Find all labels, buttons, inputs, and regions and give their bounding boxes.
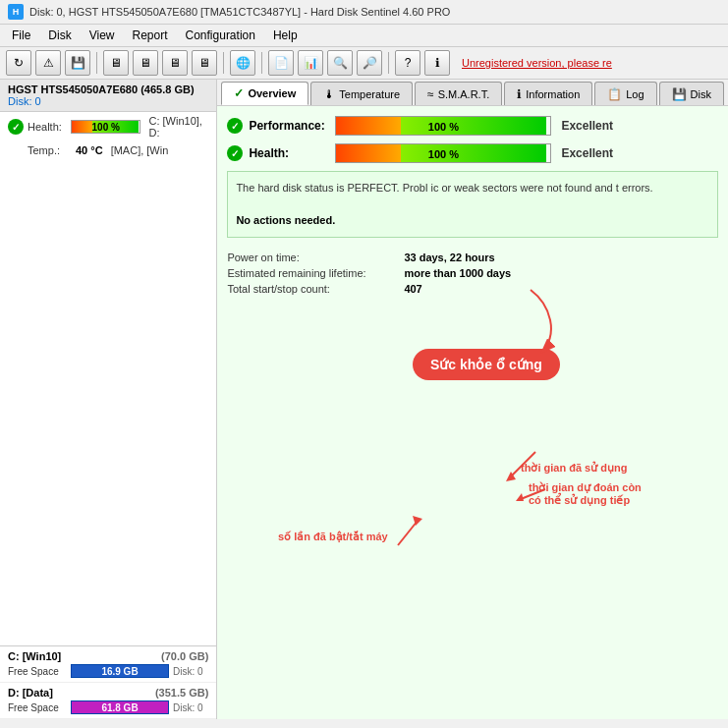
save-button[interactable]: 💾 xyxy=(65,50,90,76)
partition-d-free-value: 61.8 GB xyxy=(101,702,138,713)
partition-section: C: [Win10] (70.0 GB) Free Space 16.9 GB … xyxy=(0,645,216,719)
tab-smart-icon: ≈ xyxy=(427,87,434,101)
refresh-button[interactable]: ↻ xyxy=(6,50,31,76)
stat-row-power: Power on time: 33 days, 22 hours xyxy=(227,252,718,263)
tab-disk-label: Disk xyxy=(691,88,711,100)
performance-metric-row: ✓ Performance: 100 % Excellent xyxy=(227,116,718,136)
health-metric-row: ✓ Health: 100 % Excellent xyxy=(227,143,718,163)
partition-c-free-label: Free Space xyxy=(8,666,67,677)
health-label-group: ✓ Health: xyxy=(227,145,325,161)
health-drives: C: [Win10], D: xyxy=(148,115,208,139)
stat-startstop-label: Total start/stop count: xyxy=(227,283,404,295)
app-icon: H xyxy=(8,4,24,20)
disk-size: (465.8 GB) xyxy=(140,84,194,95)
disk3-button[interactable]: 🖥 xyxy=(162,50,188,76)
disk-header: HGST HTS545050A7E680 (465.8 GB) Disk: 0 xyxy=(0,80,216,112)
alert-button[interactable]: ⚠ xyxy=(35,50,61,76)
tab-temperature[interactable]: 🌡 Temperature xyxy=(310,82,413,105)
stat-lifetime-label: Estimated remaining lifetime: xyxy=(227,267,404,279)
partition-c: C: [Win10] (70.0 GB) Free Space 16.9 GB … xyxy=(0,646,216,683)
performance-bar-value: 100 % xyxy=(336,117,550,136)
partition-d-free-label: Free Space xyxy=(8,702,67,713)
help-button[interactable]: ? xyxy=(395,50,420,76)
menu-file[interactable]: File xyxy=(4,27,38,44)
toolbar-separator-3 xyxy=(261,52,262,74)
toolbar: ↻ ⚠ 💾 🖥 🖥 🖥 🖥 🌐 📄 📊 🔍 🔎 ? ℹ Unregistered… xyxy=(0,47,728,80)
tab-information-label: Information xyxy=(526,88,580,100)
menu-disk[interactable]: Disk xyxy=(40,27,79,44)
left-panel: HGST HTS545050A7E680 (465.8 GB) Disk: 0 … xyxy=(0,80,217,719)
tab-log-label: Log xyxy=(626,88,644,100)
title-bar: H Disk: 0, HGST HTS545050A7E680 [TMA51CT… xyxy=(0,0,728,25)
performance-bar: 100 % xyxy=(335,116,551,136)
health-value: 100 % xyxy=(72,121,140,134)
info-action-text: No actions needed. xyxy=(236,214,335,226)
disk2-button[interactable]: 🖥 xyxy=(133,50,158,76)
partition-c-size: (70.0 GB) xyxy=(161,650,208,662)
scan-button[interactable]: 🔍 xyxy=(327,50,353,76)
partition-c-disk-ref: Disk: 0 xyxy=(173,666,203,677)
menu-view[interactable]: View xyxy=(82,27,123,44)
manage-button[interactable]: 📊 xyxy=(298,50,323,76)
report-button[interactable]: 📄 xyxy=(268,50,294,76)
tab-information[interactable]: ℹ Information xyxy=(504,82,592,105)
health-metric-bar: 100 % xyxy=(335,143,551,163)
temp-label: Temp.: xyxy=(28,144,72,156)
temp-drives: [MAC], [Win xyxy=(111,144,169,156)
partition-d-size: (351.5 GB) xyxy=(155,687,208,699)
menu-help[interactable]: Help xyxy=(265,27,306,44)
performance-status: Excellent xyxy=(561,119,613,133)
tab-temperature-label: Temperature xyxy=(339,88,400,100)
partition-d-bar: 61.8 GB xyxy=(71,700,169,714)
health-metric-status: Excellent xyxy=(561,146,613,160)
tab-smart-label: S.M.A.R.T. xyxy=(438,88,490,100)
scan2-button[interactable]: 🔎 xyxy=(357,50,382,76)
health-metric-bar-value: 100 % xyxy=(336,144,550,163)
tab-log[interactable]: 📋 Log xyxy=(594,82,656,105)
health-status-icon: ✓ xyxy=(8,119,24,135)
tab-information-icon: ℹ xyxy=(517,87,522,101)
partition-c-free-value: 16.9 GB xyxy=(101,666,138,677)
disk1-button[interactable]: 🖥 xyxy=(103,50,129,76)
partition-d-disk-ref: Disk: 0 xyxy=(173,702,203,713)
performance-label: Performance: xyxy=(249,119,324,133)
tab-smart[interactable]: ≈ S.M.A.R.T. xyxy=(415,82,502,105)
main-layout: HGST HTS545050A7E680 (465.8 GB) Disk: 0 … xyxy=(0,80,728,719)
tab-overview[interactable]: ✓ Overview xyxy=(221,82,308,105)
title-text: Disk: 0, HGST HTS545050A7E680 [TMA51CTC3… xyxy=(29,6,450,18)
tab-log-icon: 📋 xyxy=(607,87,622,101)
tab-temperature-icon: 🌡 xyxy=(323,87,335,101)
stat-row-lifetime: Estimated remaining lifetime: more than … xyxy=(227,267,718,279)
performance-status-icon: ✓ xyxy=(227,118,243,134)
menu-bar: File Disk View Report Configuration Help xyxy=(0,25,728,47)
disk4-button[interactable]: 🖥 xyxy=(192,50,217,76)
tab-overview-label: Overview xyxy=(248,87,296,99)
disk-label: Disk: 0 xyxy=(8,95,41,107)
globe-button[interactable]: 🌐 xyxy=(230,50,255,76)
content-area: ✓ Performance: 100 % Excellent ✓ Health: xyxy=(217,106,728,719)
stats-section: Power on time: 33 days, 22 hours Estimat… xyxy=(227,248,718,303)
partition-d: D: [Data] (351.5 GB) Free Space 61.8 GB … xyxy=(0,683,216,719)
tab-disk-icon: 💾 xyxy=(672,87,687,101)
right-panel: ✓ Overview 🌡 Temperature ≈ S.M.A.R.T. ℹ … xyxy=(217,80,728,719)
health-metric-label: Health: xyxy=(249,146,289,160)
info-button[interactable]: ℹ xyxy=(424,50,450,76)
toolbar-separator-4 xyxy=(388,52,389,74)
partition-c-bar: 16.9 GB xyxy=(71,664,169,678)
disk-name: HGST HTS545050A7E680 xyxy=(8,84,138,95)
health-label: Health: xyxy=(28,121,67,133)
temp-value: 40 °C xyxy=(76,144,103,156)
health-metric-icon: ✓ xyxy=(227,145,243,161)
info-text-box: The hard disk status is PERFECT. Probl i… xyxy=(227,171,718,238)
stat-lifetime-value: more than 1000 days xyxy=(404,267,511,279)
toolbar-separator-1 xyxy=(96,52,97,74)
menu-configuration[interactable]: Configuration xyxy=(178,27,263,44)
unregistered-text[interactable]: Unregistered version, please re xyxy=(462,57,612,69)
tab-overview-icon: ✓ xyxy=(234,86,244,100)
health-bar: 100 % xyxy=(71,120,140,134)
stat-power-value: 33 days, 22 hours xyxy=(404,252,494,263)
tab-disk[interactable]: 💾 Disk xyxy=(659,82,724,105)
toolbar-separator-2 xyxy=(223,52,224,74)
menu-report[interactable]: Report xyxy=(124,27,175,44)
stat-startstop-value: 407 xyxy=(404,283,421,295)
